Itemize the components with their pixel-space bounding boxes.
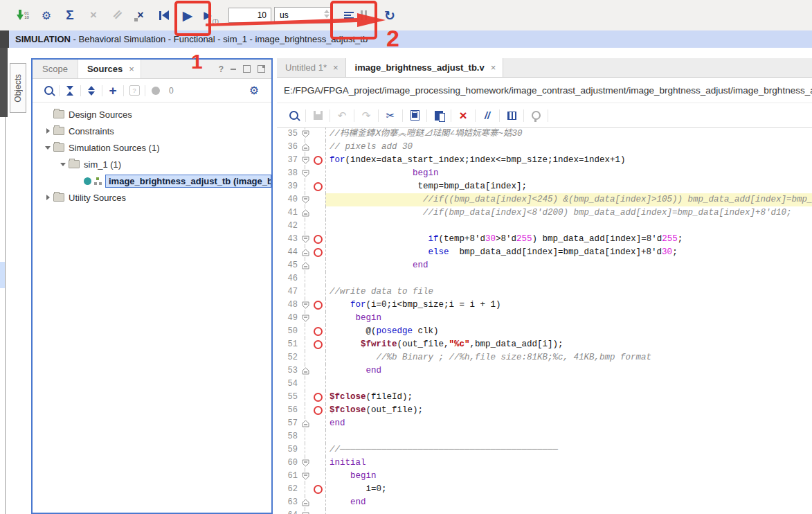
code-text[interactable]: end: [325, 259, 812, 272]
paste-icon[interactable]: [431, 108, 447, 123]
code-line[interactable]: 53 end: [277, 364, 812, 378]
fold-marker-icon[interactable]: [300, 141, 310, 154]
run-all-button[interactable]: ▶: [180, 7, 195, 24]
code-text[interactable]: for(index=data_start_index;index<=bmp_si…: [325, 154, 812, 167]
breakpoint-gutter[interactable]: [310, 457, 325, 470]
code-line[interactable]: 41 //if(bmp_data[index]<8'd200) bmp_data…: [277, 206, 812, 220]
line-number[interactable]: 46: [277, 272, 300, 285]
spinner-arrows-icon[interactable]: [324, 10, 330, 18]
code-text[interactable]: initial: [325, 457, 812, 470]
delete-breakpoints-icon[interactable]: ×: [133, 7, 148, 24]
code-text[interactable]: end: [325, 364, 812, 378]
code-line[interactable]: 55$fclose(fileId);: [277, 391, 812, 404]
source-tree-item[interactable]: Utility Sources: [33, 189, 271, 206]
code-text[interactable]: for(i=0;i<bmp_size;i = i + 1): [325, 299, 812, 312]
expand-arrow-icon[interactable]: [42, 146, 53, 150]
code-text[interactable]: //if(bmp_data[index]<8'd200) bmp_data_ad…: [325, 206, 812, 220]
code-text[interactable]: $fwrite(out_file,"%c",bmp_data_add[i]);: [325, 338, 812, 351]
fold-marker-icon[interactable]: [300, 206, 310, 220]
code-text[interactable]: begin: [325, 167, 812, 180]
code-text[interactable]: temp=bmp_data[index];: [325, 180, 812, 193]
fold-marker-icon[interactable]: [300, 233, 310, 246]
code-line[interactable]: 50 @(posedge clk): [277, 325, 812, 338]
code-text[interactable]: //%b Binary ; //%h,file size:81KB;%c, 41…: [325, 351, 812, 364]
minimize-icon[interactable]: [231, 69, 236, 70]
close-tab-icon[interactable]: ×: [129, 64, 134, 74]
cut-icon[interactable]: ✂: [382, 108, 399, 123]
fold-marker-icon[interactable]: [300, 312, 310, 325]
breakpoint-gutter[interactable]: [310, 193, 325, 206]
code-text[interactable]: end: [325, 417, 812, 430]
breakpoint-gutter[interactable]: [310, 285, 325, 299]
fold-marker-icon[interactable]: [300, 154, 310, 167]
line-number[interactable]: 64: [277, 509, 300, 514]
tab-scope[interactable]: Scope: [33, 60, 78, 78]
code-editor[interactable]: 35//杩欓釜鏄Ⅹ伆搴︽暟鎹⊿琺閣∠堝姞妧寒寨~姞3036// pixels a…: [277, 127, 812, 514]
fold-marker-icon[interactable]: [300, 127, 310, 141]
code-text[interactable]: //杩欓釜鏄Ⅹ伆搴︽暟鎹⊿琺閣∠堝姞妧寒寨~姞30: [325, 127, 812, 141]
code-text[interactable]: i=0;: [325, 483, 812, 496]
code-line[interactable]: 47//write data to file: [277, 285, 812, 299]
code-line[interactable]: 63 end: [277, 496, 812, 509]
line-number[interactable]: 35: [277, 127, 300, 141]
breakpoint-icon[interactable]: [310, 299, 325, 312]
code-line[interactable]: 42: [277, 220, 812, 233]
code-line[interactable]: 54: [277, 378, 812, 391]
breakpoint-gutter[interactable]: [310, 509, 325, 514]
fold-marker-icon[interactable]: [300, 193, 310, 206]
code-text[interactable]: $fclose(out_file);: [325, 404, 812, 417]
line-number[interactable]: 61: [277, 470, 300, 483]
settings-gear-icon[interactable]: ⚙: [39, 7, 54, 24]
code-line[interactable]: 37for(index=data_start_index;index<=bmp_…: [277, 154, 812, 167]
code-text[interactable]: // pixels add 30: [325, 141, 812, 154]
line-number[interactable]: 63: [277, 496, 300, 509]
line-number[interactable]: 38: [277, 167, 300, 180]
line-number[interactable]: 52: [277, 351, 300, 364]
breakpoint-gutter[interactable]: [310, 364, 325, 378]
line-number[interactable]: 56: [277, 404, 300, 417]
line-number[interactable]: 37: [277, 154, 300, 167]
breakpoint-gutter[interactable]: [310, 312, 325, 325]
code-line[interactable]: 62 i=0;: [277, 483, 812, 496]
float-icon[interactable]: [258, 65, 265, 73]
breakpoint-icon[interactable]: [310, 325, 325, 338]
tab-testbench-file[interactable]: image_brightness_adjust_tb.v ×: [346, 58, 504, 77]
step-button[interactable]: [344, 12, 354, 19]
help-icon[interactable]: ?: [219, 64, 224, 74]
code-line[interactable]: 46: [277, 272, 812, 285]
fold-marker-icon[interactable]: [300, 167, 310, 180]
breakpoint-gutter[interactable]: [310, 496, 325, 509]
copy-icon[interactable]: [406, 108, 423, 123]
relaunch-icon[interactable]: ↻: [382, 7, 397, 24]
breakpoint-icon[interactable]: [310, 180, 325, 193]
breakpoint-icon[interactable]: [310, 338, 325, 351]
line-number[interactable]: 39: [277, 180, 300, 193]
code-line[interactable]: 40 //if((bmp_data[index]<245) &(bmp_data…: [277, 193, 812, 206]
line-number[interactable]: 36: [277, 141, 300, 154]
line-number[interactable]: 48: [277, 299, 300, 312]
code-line[interactable]: 39 temp=bmp_data[index];: [277, 180, 812, 193]
line-number[interactable]: 40: [277, 193, 300, 206]
breakpoint-icon[interactable]: [310, 391, 325, 404]
code-text[interactable]: [325, 272, 812, 285]
code-line[interactable]: 59//────────────────────────────────────…: [277, 443, 812, 457]
code-text[interactable]: end: [325, 496, 812, 509]
fold-marker-icon[interactable]: [300, 509, 310, 514]
run-for-time-button[interactable]: ▶ (T): [204, 7, 219, 24]
breakpoint-icon[interactable]: [310, 483, 325, 496]
source-tree-item[interactable]: Constraints: [33, 123, 271, 139]
fold-marker-icon[interactable]: [300, 417, 310, 430]
tab-sources[interactable]: Sources ×: [78, 60, 141, 78]
line-number[interactable]: 59: [277, 443, 300, 457]
columns-icon[interactable]: [503, 108, 520, 123]
sources-settings-gear-icon[interactable]: ⚙: [247, 84, 268, 98]
line-number[interactable]: 49: [277, 312, 300, 325]
expand-arrow-icon[interactable]: [42, 195, 53, 200]
line-number[interactable]: 54: [277, 378, 300, 391]
expand-all-icon[interactable]: [84, 84, 98, 98]
search-icon[interactable]: [42, 84, 55, 98]
line-number[interactable]: 41: [277, 206, 300, 220]
breakpoint-icon[interactable]: [310, 404, 325, 417]
breakpoint-gutter[interactable]: [310, 272, 325, 285]
collapse-all-icon[interactable]: [63, 84, 77, 98]
